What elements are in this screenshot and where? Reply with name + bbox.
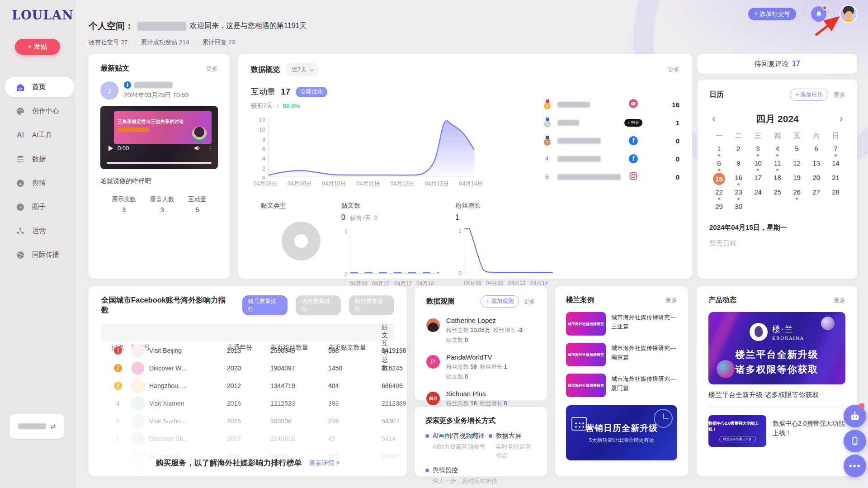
optimize-badge[interactable]: 立即优化 [296, 87, 327, 97]
platform-upgrade-banner[interactable]: 楼·兰 KRORAINA 楼兰平台全新升级 诸多权限等你获取 [708, 312, 845, 384]
explore-item-dashboard[interactable]: 数据大屏 实时掌控运营动态 [489, 432, 536, 459]
calendar-day[interactable]: 1 [709, 144, 729, 158]
tab-fans-quality[interactable]: 粉丝质量排行 [349, 295, 394, 315]
table-row[interactable]: 1Visit Beijing201325983495983419198 [101, 341, 394, 359]
explore-item-ai[interactable]: AI画图/音视频翻译 AI助力提高营销效率 [425, 432, 489, 459]
table-row[interactable]: 4Visit Xiamen201612125233932212369 [101, 394, 394, 412]
calendar-day[interactable]: 7 [826, 144, 845, 158]
marketing-calendar-banner[interactable]: 营销日历全新升级 5大新功能让出海营销更有效 [566, 405, 677, 460]
calendar-day[interactable]: 16 [729, 173, 748, 187]
calendar-day[interactable]: 8 [709, 158, 729, 173]
calendar-day[interactable]: 21 [826, 173, 845, 187]
quote-icon: « [15, 178, 25, 188]
date-range-dropdown[interactable]: 近7天 [286, 63, 318, 76]
table-row[interactable]: 6Discover Sh...20172140616425414 [101, 430, 394, 447]
product-news-item[interactable]: 数据中心2.0携带强大功能上线！ 楼兰国际传播云平台 数据中心2.0携带强大功能… [708, 415, 845, 447]
rank-row[interactable]: 5 0 [544, 168, 679, 186]
add-observation-button[interactable]: + 添加观测 [481, 295, 519, 308]
welcome-text: 欢迎回来，这是与您相遇的第1191天 [190, 21, 307, 31]
compare-label: 较前7天 [251, 102, 273, 110]
calendar-day[interactable]: 15 [709, 173, 729, 187]
robot-icon [849, 410, 861, 422]
sidebar-item-circles[interactable]: 圈子 [0, 195, 75, 219]
post-date: 2024年03月29日 10:59 [124, 91, 189, 99]
calendar-day[interactable]: 17 [748, 173, 768, 187]
next-month-icon[interactable]: › [840, 114, 843, 124]
calendar-day[interactable]: 11 [768, 158, 787, 173]
notification-bell-button[interactable] [811, 6, 826, 22]
case-thumbnail: 城市海外社媒传播研究 [566, 343, 606, 366]
rank-row[interactable]: 4 f 0 [544, 150, 679, 168]
more-link[interactable]: 更多 [665, 296, 677, 304]
divider [708, 407, 845, 407]
fans-growth-chart: 10 [455, 228, 569, 277]
more-link[interactable]: 更多 [834, 91, 845, 99]
calendar-day[interactable]: 13 [807, 158, 826, 173]
calendar-day[interactable]: 29 [709, 202, 729, 216]
calendar-day[interactable]: 27 [807, 187, 826, 202]
sidebar-item-creation[interactable]: 创作中心 [0, 99, 75, 123]
mobile-app-button[interactable] [844, 430, 866, 452]
calendar-day[interactable]: 5 [787, 144, 807, 158]
more-actions-button[interactable]: ••• [844, 455, 866, 477]
calendar-day[interactable]: 30 [729, 202, 748, 216]
calendar-day[interactable]: 6 [807, 144, 826, 158]
play-icon[interactable] [108, 146, 113, 151]
observed-account[interactable]: P PandaWorldTV 粉丝总数 58 粉丝增长 1 贴文数 0 [426, 353, 535, 381]
more-link[interactable]: 更多 [834, 296, 845, 304]
speaker-icon[interactable] [194, 145, 201, 151]
video-player[interactable]: 三角形稳定性与三边关系的讨论 0:00 ⋮ [100, 106, 218, 169]
sidebar-item-data[interactable]: 数据 [0, 147, 75, 171]
user-avatar[interactable] [840, 5, 858, 23]
table-row[interactable]: 2Discover W...202019040971450316245 [101, 359, 394, 377]
case-item[interactable]: 城市海外社媒传播研究 城市海外社媒传播研究---南京篇 [566, 343, 677, 366]
more-link[interactable]: 更多 [206, 65, 218, 73]
calendar-day[interactable]: 18 [768, 173, 787, 187]
customer-service-robot-button[interactable] [844, 405, 866, 427]
sidebar-item-sentiment[interactable]: « 舆情 [0, 171, 75, 195]
calendar-day[interactable]: 28 [826, 187, 845, 202]
more-link[interactable]: 更多 [524, 298, 535, 306]
prev-month-icon[interactable]: ‹ [712, 114, 715, 124]
calendar-day[interactable]: 23 [729, 187, 748, 202]
table-row[interactable]: 3Hangzhou, ...20121344719404686406 [101, 377, 394, 394]
case-item[interactable]: 城市海外社媒传播研究 城市海外社媒传播研究---三亚篇 [566, 312, 677, 336]
rank-row[interactable]: 2 ♪抖音 1 [544, 114, 679, 132]
explore-item-sentiment[interactable]: 舆情监控 快人一步，及时应对舆情 [425, 466, 536, 485]
add-social-account-button[interactable]: + 添加社交号 [748, 8, 796, 20]
rank-row[interactable]: 3 f 0 [544, 132, 679, 150]
calendar-day[interactable]: 9 [729, 158, 748, 173]
pending-comments-card[interactable]: 待回复评论 17 [698, 54, 857, 74]
calendar-day[interactable]: 3 [748, 144, 768, 158]
calendar-day[interactable]: 10 [748, 158, 768, 173]
calendar-day[interactable]: 2 [729, 144, 748, 158]
calendar-day[interactable]: 26 [787, 187, 807, 202]
kebab-menu-icon[interactable]: ⋮ [207, 145, 213, 152]
case-item[interactable]: 城市海外社媒传播研究 城市海外社媒传播研究---厦门篇 [566, 374, 677, 397]
table-row[interactable]: 5Visit Suzho...201593300827654307 [101, 412, 394, 430]
tab-content-quality[interactable]: 内容质量排行 [296, 295, 341, 315]
calendar-day[interactable]: 24 [748, 187, 768, 202]
tab-account-quality[interactable]: 账号质量排行 [242, 295, 288, 315]
new-post-button[interactable]: + 发贴 [15, 39, 60, 55]
more-link[interactable]: 更多 [668, 66, 679, 74]
calendar-day[interactable]: 20 [807, 173, 826, 187]
calendar-day[interactable]: 4 [768, 144, 787, 158]
post-count-section: 贴文数 0较前7天 0 10 04月08日04月10日04月12日04月14日 [341, 202, 455, 295]
calendar-day[interactable]: 12 [787, 158, 807, 173]
video-progress-bar[interactable] [107, 162, 212, 164]
calendar-day[interactable]: 22 [709, 187, 729, 202]
sidebar-item-ai-tools[interactable]: Ai AI工具 [0, 123, 75, 147]
rank-row[interactable]: 1 16 [544, 95, 679, 114]
sidebar-item-operations[interactable]: 运营 [0, 219, 75, 243]
calendar-day[interactable]: 25 [768, 187, 787, 202]
view-details-link[interactable]: 查看详情 > [309, 459, 340, 467]
sidebar-item-home[interactable]: 首页 [5, 77, 75, 97]
observed-account[interactable]: Catherine Lopez 粉丝总数 10.05万 粉丝增长 -3 贴文数 … [426, 317, 535, 344]
facebook-icon: f [629, 136, 638, 145]
sidebar-widget-card[interactable]: ⇄ [9, 414, 64, 439]
add-calendar-button[interactable]: + 添加日历 [790, 89, 828, 101]
calendar-day[interactable]: 14 [826, 158, 845, 173]
sidebar-item-international[interactable]: 国际传播 [0, 243, 75, 267]
calendar-day[interactable]: 19 [787, 173, 807, 187]
